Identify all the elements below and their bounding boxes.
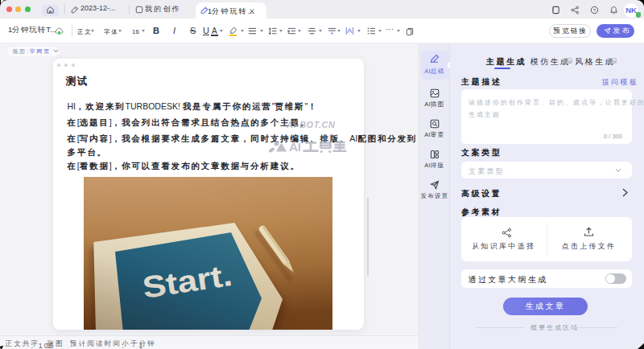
svg-text:?: ? [592,8,596,13]
svg-text:AI: AI [289,140,301,153]
